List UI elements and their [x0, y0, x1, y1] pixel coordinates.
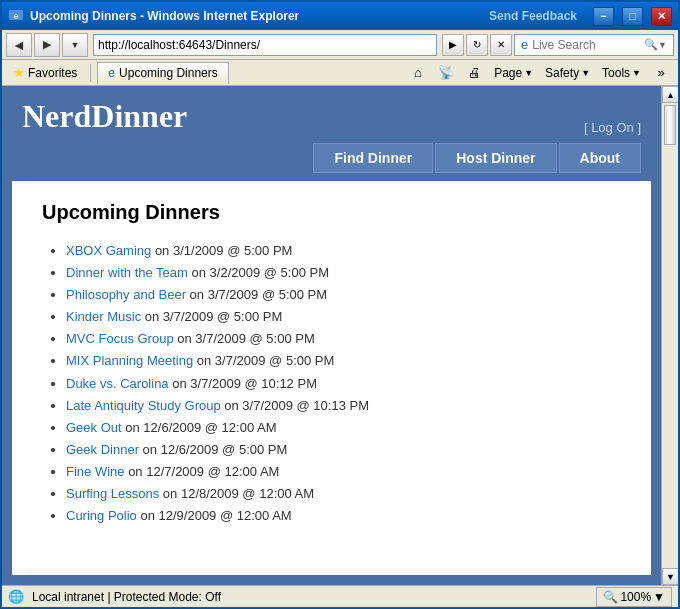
status-bar: 🌐 Local intranet | Protected Mode: Off 🔍… [2, 585, 678, 607]
dinner-date: on 3/7/2009 @ 5:00 PM [186, 287, 327, 302]
maximize-button[interactable]: □ [622, 7, 643, 26]
feeds-button[interactable]: 📡 [433, 62, 459, 84]
list-item: Dinner with the Team on 3/2/2009 @ 5:00 … [66, 262, 621, 284]
dinner-link[interactable]: Geek Out [66, 420, 122, 435]
list-item: XBOX Gaming on 3/1/2009 @ 5:00 PM [66, 240, 621, 262]
tools-dropdown-arrow: ▼ [632, 68, 641, 78]
dinner-date: on 3/7/2009 @ 5:00 PM [141, 309, 282, 324]
site-navigation: Find Dinner Host Dinner About [2, 143, 661, 181]
print-button[interactable]: 🖨 [461, 62, 487, 84]
webpage: NerdDinner [ Log On ] Find Dinner Host D… [2, 86, 661, 585]
status-right: 🔍 100% ▼ [596, 587, 672, 607]
page-heading: Upcoming Dinners [42, 201, 621, 224]
vertical-scrollbar[interactable]: ▲ ▼ [661, 86, 678, 585]
scroll-track-space [662, 147, 678, 568]
tab-icon: e [108, 66, 115, 80]
svg-text:e: e [13, 11, 18, 21]
stop-button[interactable]: ✕ [490, 34, 512, 56]
more-button[interactable]: » [648, 62, 674, 84]
list-item: Geek Out on 12/6/2009 @ 12:00 AM [66, 417, 621, 439]
status-text: Local intranet | Protected Mode: Off [32, 590, 588, 604]
safety-dropdown-arrow: ▼ [581, 68, 590, 78]
dinner-date: on 3/1/2009 @ 5:00 PM [151, 243, 292, 258]
back-button[interactable]: ◄ [6, 33, 32, 57]
dinner-link[interactable]: Kinder Music [66, 309, 141, 324]
list-item: Duke vs. Carolina on 3/7/2009 @ 10:12 PM [66, 373, 621, 395]
nav-host-dinner[interactable]: Host Dinner [435, 143, 556, 173]
scroll-down-button[interactable]: ▼ [662, 568, 678, 585]
dinner-link[interactable]: MVC Focus Group [66, 331, 174, 346]
dinner-link[interactable]: Duke vs. Carolina [66, 376, 169, 391]
dinner-link[interactable]: MIX Planning Meeting [66, 353, 193, 368]
browser-tab[interactable]: e Upcoming Dinners [97, 62, 228, 84]
dinner-link[interactable]: Dinner with the Team [66, 265, 188, 280]
dropdown-history-button[interactable]: ▼ [62, 33, 88, 57]
address-input[interactable] [98, 38, 432, 52]
address-bar[interactable] [93, 34, 437, 56]
dinner-link[interactable]: Late Antiquity Study Group [66, 398, 221, 413]
minimize-button[interactable]: − [593, 7, 614, 26]
home-button[interactable]: ⌂ [405, 62, 431, 84]
browser-window: e Upcoming Dinners - Windows Internet Ex… [0, 0, 680, 609]
page-menu[interactable]: Page ▼ [489, 62, 538, 84]
page-body: Upcoming Dinners XBOX Gaming on 3/1/2009… [12, 181, 651, 575]
zoom-level: 100% [620, 590, 651, 604]
dinner-list: XBOX Gaming on 3/1/2009 @ 5:00 PMDinner … [42, 240, 621, 527]
dinner-date: on 3/2/2009 @ 5:00 PM [188, 265, 329, 280]
site-title: NerdDinner [22, 98, 187, 135]
window-icon: e [8, 8, 24, 24]
dinner-date: on 12/9/2009 @ 12:00 AM [137, 508, 292, 523]
list-item: Philosophy and Beer on 3/7/2009 @ 5:00 P… [66, 284, 621, 306]
list-item: Fine Wine on 12/7/2009 @ 12:00 AM [66, 461, 621, 483]
dinner-date: on 12/6/2009 @ 12:00 AM [122, 420, 277, 435]
forward-button[interactable]: ▶ [34, 33, 60, 57]
dinner-date: on 12/6/2009 @ 5:00 PM [139, 442, 287, 457]
nav-find-dinner[interactable]: Find Dinner [313, 143, 433, 173]
scroll-thumb[interactable] [664, 105, 676, 145]
zoom-icon: 🔍 [603, 590, 618, 604]
nav-about[interactable]: About [559, 143, 641, 173]
favorites-bar: ★ Favorites e Upcoming Dinners ⌂ 📡 🖨 Pag… [2, 60, 678, 86]
favorites-button[interactable]: ★ Favorites [6, 62, 84, 84]
dinner-date: on 12/8/2009 @ 12:00 AM [159, 486, 314, 501]
dinner-date: on 3/7/2009 @ 10:13 PM [221, 398, 369, 413]
zoom-dropdown-arrow: ▼ [653, 590, 665, 604]
favorites-label: Favorites [28, 66, 77, 80]
safety-menu[interactable]: Safety ▼ [540, 62, 595, 84]
toolbar-separator [90, 64, 91, 82]
dinner-date: on 3/7/2009 @ 5:00 PM [193, 353, 334, 368]
zoom-button[interactable]: 🔍 100% ▼ [596, 587, 672, 607]
scroll-up-button[interactable]: ▲ [662, 86, 678, 103]
window-title: Upcoming Dinners - Windows Internet Expl… [30, 9, 483, 23]
go-button[interactable]: ▶ [442, 34, 464, 56]
close-button[interactable]: ✕ [651, 7, 672, 26]
dinner-link[interactable]: Surfing Lessons [66, 486, 159, 501]
search-box[interactable]: e 🔍 ▼ [514, 34, 674, 56]
dinner-date: on 3/7/2009 @ 5:00 PM [174, 331, 315, 346]
list-item: Curing Polio on 12/9/2009 @ 12:00 AM [66, 505, 621, 527]
main-content: NerdDinner [ Log On ] Find Dinner Host D… [2, 86, 661, 585]
protected-mode-icon: 🌐 [8, 589, 24, 605]
title-bar: e Upcoming Dinners - Windows Internet Ex… [2, 2, 678, 30]
dinner-date: on 12/7/2009 @ 12:00 AM [125, 464, 280, 479]
content-area: NerdDinner [ Log On ] Find Dinner Host D… [2, 86, 678, 585]
dinner-link[interactable]: Curing Polio [66, 508, 137, 523]
search-input[interactable] [532, 38, 644, 52]
send-feedback-link[interactable]: Send Feedback [489, 9, 577, 23]
refresh-button[interactable]: ↻ [466, 34, 488, 56]
dinner-link[interactable]: Philosophy and Beer [66, 287, 186, 302]
tools-menu[interactable]: Tools ▼ [597, 62, 646, 84]
dinner-link[interactable]: XBOX Gaming [66, 243, 151, 258]
search-dropdown-arrow[interactable]: ▼ [658, 40, 667, 50]
ie-logo-icon: e [521, 37, 528, 52]
list-item: Surfing Lessons on 12/8/2009 @ 12:00 AM [66, 483, 621, 505]
list-item: Kinder Music on 3/7/2009 @ 5:00 PM [66, 306, 621, 328]
dinner-link[interactable]: Fine Wine [66, 464, 125, 479]
log-on-link[interactable]: [ Log On ] [584, 120, 641, 135]
dinner-link[interactable]: Geek Dinner [66, 442, 139, 457]
navigation-toolbar: ◄ ▶ ▼ ▶ ↻ ✕ e 🔍 ▼ [2, 30, 678, 60]
search-icon: 🔍 [644, 38, 658, 51]
list-item: Late Antiquity Study Group on 3/7/2009 @… [66, 395, 621, 417]
star-icon: ★ [13, 65, 25, 80]
list-item: Geek Dinner on 12/6/2009 @ 5:00 PM [66, 439, 621, 461]
